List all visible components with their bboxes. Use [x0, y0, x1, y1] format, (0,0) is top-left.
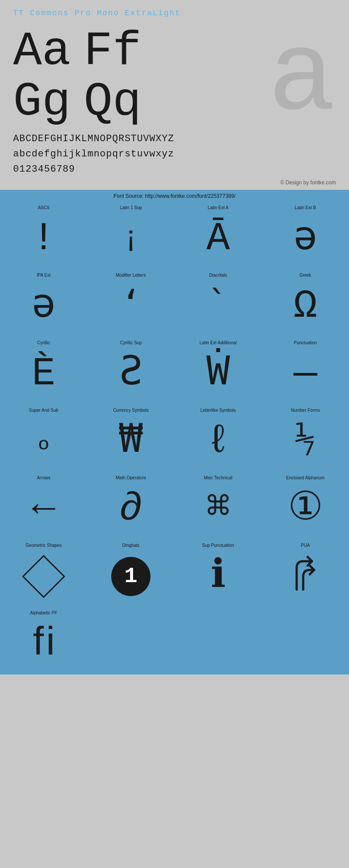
char-A: Aa — [13, 26, 71, 77]
glyph-cell-dingbats: Dingbats 1 — [87, 539, 174, 607]
glyph-label-suppunct: Sup Punctuation — [202, 543, 234, 549]
glyph-label-pua: PUA — [301, 543, 310, 549]
diamond-icon — [22, 555, 65, 598]
glyph-char-mathops: ∂ — [119, 485, 143, 533]
glyph-label-geometric: Geometric Shapes — [26, 543, 62, 549]
glyph-label-dingbats: Dingbats — [122, 543, 139, 549]
glyphs-grid: ASCII ! Latin 1 Sup ¡ Latin Ext A Ā Lati… — [0, 202, 349, 675]
lowercase-alphabet: abcdefghijklmnopqrstuvwxyz — [13, 146, 336, 162]
glyph-label-modifier: Modifier Letters — [116, 273, 146, 279]
glyph-char-superandsub: ₒ — [34, 417, 53, 465]
glyph-label-enclosednum: Enclosed Alphanum — [286, 475, 325, 481]
glyph-cell-mathops: Math Operators ∂ — [87, 472, 174, 539]
char-F: Ff — [84, 26, 141, 77]
glyph-char-pua — [288, 553, 323, 600]
glyph-cell-latinextb: Latin Ext B ə — [262, 202, 349, 269]
font-source-bar: Font Source: http://www.fontke.com/font/… — [0, 190, 349, 202]
glyph-char-currency: ₩ — [119, 417, 143, 465]
glyph-label-ipaext: IPA Ext — [37, 273, 51, 279]
glyph-cell-cyrillicsup: Cyrillic Sup Ƨ — [87, 337, 174, 404]
glyph-char-ipaext: ə — [32, 282, 55, 330]
glyph-char-alphabeticpf: ﬁ — [32, 620, 55, 668]
large-chars-area: Aa Ff Gg Qq a — [13, 26, 336, 127]
glyph-cell-currency: Currency Symbols ₩ — [87, 404, 174, 472]
glyph-cell-misctechnical: Misc Technical ⌘ — [174, 472, 262, 539]
bg-char: a — [268, 22, 336, 135]
glyph-label-numberforms: Number Forms — [291, 408, 320, 414]
glyph-label-punctuation: Punctuation — [294, 340, 317, 346]
glyph-cell-letterlike: Letterlike Symbols ℓ — [174, 404, 262, 472]
glyph-cell-modifier: Modifier Letters ʻ — [87, 269, 174, 337]
glyph-cell-pua: PUA — [262, 539, 349, 607]
pua-arrows-svg — [288, 555, 323, 598]
glyph-label-latinexta: Latin Ext A — [208, 205, 229, 211]
glyph-char-modifier: ʻ — [120, 282, 141, 330]
glyph-label-letterlike: Letterlike Symbols — [200, 408, 236, 414]
glyph-cell-diacritals: Diacritals ˋ — [174, 269, 262, 337]
glyph-cell-numberforms: Number Forms ⅐ — [262, 404, 349, 472]
glyph-char-latin1sup: ¡ — [122, 215, 140, 263]
char-Q: Qq — [84, 77, 141, 127]
glyph-label-alphabeticpf: Alphabetic PF — [30, 610, 57, 617]
digits: 0123456789 — [13, 162, 336, 177]
glyph-char-enclosednum: ① — [288, 485, 323, 533]
glyph-label-latinextadd: Latin Ext Additional — [199, 340, 236, 346]
glyph-cell-latin1sup: Latin 1 Sup ¡ — [87, 202, 174, 269]
glyph-char-arrows: ← — [32, 485, 55, 533]
glyph-char-misctechnical: ⌘ — [206, 485, 230, 533]
glyph-label-mathops: Math Operators — [116, 475, 146, 481]
glyph-cell-ipaext: IPA Ext ə — [0, 269, 87, 337]
glyph-cell-greek: Greek Ω — [262, 269, 349, 337]
glyph-char-geometric — [28, 553, 59, 600]
glyph-label-misctechnical: Misc Technical — [204, 475, 233, 481]
glyph-cell-punctuation: Punctuation — — [262, 337, 349, 404]
glyph-char-numberforms: ⅐ — [295, 417, 316, 465]
char-G: Gg — [13, 77, 71, 127]
design-credits: © Design by fontke.com — [13, 180, 336, 186]
glyph-char-diacritals: ˋ — [209, 282, 227, 330]
glyph-char-punctuation: — — [294, 350, 317, 398]
glyph-char-letterlike: ℓ — [206, 417, 230, 465]
filled-circle-1: 1 — [111, 557, 151, 596]
glyph-label-greek: Greek — [299, 273, 311, 279]
glyph-cell-ascii: ASCII ! — [0, 202, 87, 269]
glyph-cell-suppunct: Sup Punctuation ℹ — [174, 539, 262, 607]
glyph-cell-geometric: Geometric Shapes — [0, 539, 87, 607]
filled-circle-text: 1 — [124, 566, 137, 587]
glyph-cell-latinexta: Latin Ext A Ā — [174, 202, 262, 269]
top-section: TT Commons Pro Mono ExtraLight Aa Ff Gg … — [0, 0, 349, 190]
glyph-char-cyrillic: È — [32, 350, 55, 398]
glyph-cell-cyrillic: Cyrillic È — [0, 337, 87, 404]
glyph-char-latinexta: Ā — [206, 215, 230, 263]
glyph-char-greek: Ω — [294, 282, 317, 330]
glyph-label-latin1sup: Latin 1 Sup — [120, 205, 142, 211]
glyph-char-latinextadd: Ẇ — [206, 350, 230, 398]
glyph-cell-latinextadd: Latin Ext Additional Ẇ — [174, 337, 262, 404]
glyph-label-diacritals: Diacritals — [209, 273, 227, 279]
glyph-char-ascii: ! — [32, 215, 55, 263]
blue-section: Font Source: http://www.fontke.com/font/… — [0, 190, 349, 675]
glyph-cell-arrows: Arrows ← — [0, 472, 87, 539]
glyph-label-cyrillic: Cyrillic — [37, 340, 50, 346]
glyph-label-arrows: Arrows — [37, 475, 50, 481]
glyph-cell-enclosednum: Enclosed Alphanum ① — [262, 472, 349, 539]
glyph-char-suppunct: ℹ — [211, 553, 226, 600]
glyph-char-latinextb: ə — [294, 215, 317, 263]
glyph-char-dingbats: 1 — [111, 553, 151, 600]
glyph-cell-superandsub: Super And Sub ₒ — [0, 404, 87, 472]
glyph-label-latinextb: Latin Ext B — [295, 205, 316, 211]
glyph-char-cyrillicsup: Ƨ — [119, 350, 143, 398]
glyph-label-cyrillicsup: Cyrillic Sup — [120, 340, 142, 346]
glyph-label-ascii: ASCII — [38, 205, 49, 211]
glyph-label-currency: Currency Symbols — [113, 408, 149, 414]
glyph-label-superandsub: Super And Sub — [29, 408, 58, 414]
glyph-cell-alphabeticpf: Alphabetic PF ﬁ — [0, 607, 87, 675]
